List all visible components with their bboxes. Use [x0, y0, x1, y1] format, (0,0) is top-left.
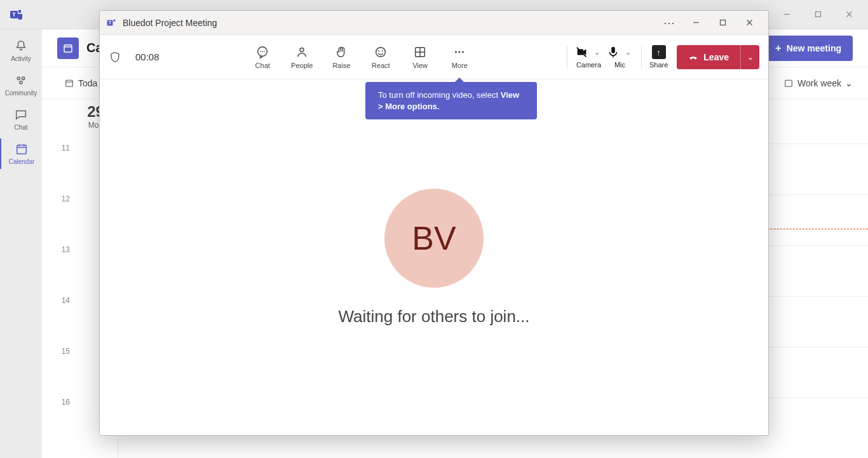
people-label: People	[291, 62, 313, 69]
chat-label: Chat	[255, 62, 270, 69]
meeting-maximize-button[interactable]	[710, 13, 735, 32]
participant-avatar: BV	[384, 189, 484, 288]
new-meeting-label: New meeting	[787, 43, 841, 53]
share-button[interactable]: ↑ Share	[649, 45, 668, 69]
calendar-hour: 14	[42, 296, 74, 347]
svg-point-2	[18, 10, 22, 13]
smiley-icon	[374, 45, 388, 59]
more-button[interactable]: More	[447, 45, 472, 69]
chevron-down-icon[interactable]: ⌄	[592, 48, 602, 57]
leave-label: Leave	[703, 52, 729, 62]
meeting-close-button[interactable]	[736, 13, 762, 32]
today-label: Toda	[78, 78, 97, 88]
svg-point-27	[261, 51, 262, 52]
leave-button[interactable]: Leave	[677, 45, 740, 69]
svg-rect-4	[815, 12, 820, 17]
hand-icon	[334, 45, 348, 59]
bg-maximize-button[interactable]	[804, 5, 832, 24]
svg-rect-41	[611, 47, 615, 53]
bg-close-button[interactable]	[835, 5, 863, 24]
new-meeting-button[interactable]: + New meeting	[764, 36, 853, 61]
waiting-message: Waiting for others to join...	[338, 307, 529, 327]
community-icon	[14, 74, 28, 88]
more-label: More	[452, 62, 468, 69]
teams-logo-icon: T	[106, 17, 118, 29]
sidebar-item-label: Community	[5, 90, 37, 97]
camera-off-icon	[575, 45, 589, 59]
svg-rect-10	[17, 145, 27, 154]
leave-caret-button[interactable]: ⌄	[740, 45, 759, 69]
mic-label: Mic	[614, 61, 625, 69]
view-tooltip: To turn off incoming video, select View …	[365, 82, 537, 119]
calendar-hour: 13	[42, 245, 74, 296]
calendar-hour: 12	[42, 194, 74, 245]
meeting-window: T Bluedot Project Meeting ⋯ 00:08 Chat P…	[99, 10, 769, 436]
meeting-more-options-button[interactable]: ⋯	[656, 13, 682, 32]
svg-point-30	[300, 48, 304, 51]
sidebar-item-label: Chat	[14, 124, 27, 131]
chat-icon	[14, 108, 28, 122]
toolbar-divider	[567, 46, 567, 68]
calendar-small-icon	[64, 78, 74, 88]
svg-point-8	[22, 77, 25, 79]
svg-point-31	[376, 47, 386, 57]
svg-point-32	[379, 50, 380, 51]
chevron-down-icon[interactable]: ⌄	[623, 48, 634, 57]
people-icon	[295, 45, 309, 59]
work-week-dropdown[interactable]: Work week ⌄	[783, 78, 853, 88]
sidebar-item-calendar[interactable]: Calendar	[0, 138, 42, 169]
svg-point-28	[262, 51, 263, 52]
svg-rect-23	[720, 20, 725, 25]
chat-button[interactable]: Chat	[250, 45, 275, 69]
teams-logo-icon: T	[9, 7, 24, 22]
svg-rect-18	[785, 80, 792, 86]
meeting-minimize-button[interactable]	[683, 13, 709, 32]
today-button[interactable]: Toda	[57, 74, 104, 93]
chevron-down-icon: ⌄	[845, 78, 853, 88]
shield-icon[interactable]	[109, 51, 121, 64]
svg-point-38	[459, 51, 461, 53]
calendar-hour: 16	[42, 398, 74, 448]
sidebar-item-activity[interactable]: Activity	[0, 36, 42, 66]
mic-icon	[606, 45, 620, 59]
calendar-time-column: 11 12 13 14 15 16	[42, 99, 74, 458]
meeting-title: Bluedot Project Meeting	[123, 18, 217, 28]
calendar-header-icon	[57, 37, 79, 59]
calendar-hour: 15	[42, 347, 74, 398]
bg-minimize-button[interactable]	[773, 5, 801, 24]
raise-hand-button[interactable]: Raise	[329, 45, 354, 69]
calendar-icon	[15, 142, 29, 156]
raise-label: Raise	[332, 62, 350, 69]
svg-point-39	[462, 51, 464, 53]
sidebar-item-label: Activity	[11, 55, 31, 62]
toolbar-divider	[641, 46, 642, 68]
react-button[interactable]: React	[368, 45, 393, 69]
svg-point-33	[382, 50, 383, 51]
meeting-toolbar: 00:08 Chat People Raise React View	[100, 35, 768, 79]
grid-icon	[413, 45, 427, 59]
calendar-small-icon	[783, 78, 794, 88]
sidebar-item-label: Calendar	[9, 158, 35, 165]
bell-icon	[14, 39, 28, 53]
meeting-titlebar: T Bluedot Project Meeting ⋯	[100, 11, 768, 35]
plus-icon: +	[775, 42, 782, 55]
more-icon	[452, 45, 466, 59]
svg-point-9	[20, 81, 22, 84]
share-label: Share	[649, 61, 668, 69]
sidebar-item-community[interactable]: Community	[0, 70, 42, 100]
svg-point-21	[113, 19, 115, 21]
view-button[interactable]: View	[407, 45, 433, 69]
svg-point-29	[264, 51, 265, 52]
tooltip-text-1: To turn off incoming video, select	[378, 90, 501, 100]
avatar-initials: BV	[412, 219, 456, 257]
app-sidebar: Activity Community Chat Calendar	[0, 29, 42, 458]
svg-rect-16	[66, 80, 73, 86]
meeting-body: To turn off incoming video, select View …	[100, 79, 768, 435]
people-button[interactable]: People	[289, 45, 315, 69]
mic-button[interactable]: ⌄ Mic	[606, 45, 634, 69]
chat-bubble-icon	[255, 45, 269, 59]
sidebar-item-chat[interactable]: Chat	[0, 104, 42, 135]
svg-point-37	[455, 51, 457, 53]
camera-button[interactable]: ⌄ Camera	[575, 45, 602, 69]
view-label: View	[412, 62, 428, 69]
